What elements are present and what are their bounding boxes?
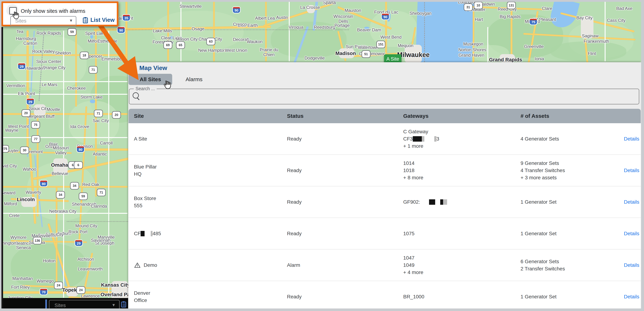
site-cell: DenverOffice bbox=[134, 290, 287, 304]
search-input[interactable] bbox=[142, 91, 635, 102]
map-city-label: Storm Lake bbox=[80, 94, 103, 99]
map-city-label: Beaver Dam bbox=[357, 27, 381, 32]
map-city-label: Sioux Center bbox=[36, 59, 61, 64]
map-city-label: Sparta bbox=[323, 0, 336, 5]
redacted-text bbox=[422, 136, 424, 142]
tab-alarms[interactable]: Alarms bbox=[172, 74, 216, 85]
interstate-shield-icon: 29 bbox=[18, 63, 26, 70]
gateways-cell: C GatewayCF33+ 1 more bbox=[403, 128, 520, 150]
map-city-label: Saginaw bbox=[582, 33, 598, 38]
map-city-label: Big Rapids bbox=[500, 14, 520, 19]
map-city-label: Rock Port bbox=[68, 229, 87, 234]
interstate-shield-icon: 70 bbox=[40, 288, 48, 295]
interstate-shield-icon: 80 bbox=[40, 180, 48, 187]
alarm-warning-icon bbox=[134, 262, 141, 269]
map-city-label: WisconsinDells bbox=[333, 14, 353, 24]
us-route-shield-icon: 59 bbox=[68, 28, 76, 36]
map-view-label: Map View bbox=[139, 64, 167, 71]
map-city-label: Savannah bbox=[91, 238, 110, 243]
table-row: A Site Ready C GatewayCF33+ 1 more 4 Gen… bbox=[128, 123, 641, 155]
map-city-label: Madison bbox=[335, 51, 356, 56]
map-city-label: Lawrence bbox=[81, 294, 100, 298]
table-row: Blue PillarHQ Ready 10141018+ 8 more 9 G… bbox=[128, 155, 641, 186]
map-city-label: Kansas City bbox=[101, 283, 130, 287]
map-city-label: Red Oak bbox=[82, 182, 100, 187]
table-row: Demo Alarm 10471049+ 4 more 6 Generator … bbox=[128, 250, 641, 281]
us-route-shield-icon: 71 bbox=[88, 66, 98, 74]
map-city-label: Nebraska City bbox=[49, 209, 76, 214]
map-city-label: Sac City bbox=[92, 118, 109, 123]
map-city-label: Muskegon bbox=[463, 41, 483, 46]
map-city-label: Ida Grove bbox=[70, 124, 89, 129]
map-city-label: La Crosse bbox=[300, 5, 320, 10]
interstate-shield-icon: 90 bbox=[117, 26, 125, 33]
map-view-link[interactable]: Map View bbox=[133, 64, 167, 71]
map-city-label: Lincoln bbox=[17, 197, 35, 202]
sites-dropdown[interactable]: Sites ▾ bbox=[10, 16, 76, 26]
map-city-label: Bellevue bbox=[52, 171, 68, 176]
map-city-label: Cass City bbox=[607, 18, 626, 23]
sites-dropdown-bottom[interactable]: Sites ▾ bbox=[49, 300, 120, 309]
us-route-shield-icon: 20 bbox=[112, 111, 121, 119]
map-city-label: Sheldon bbox=[55, 50, 71, 55]
interstate-shield-icon: 35 bbox=[122, 14, 130, 21]
map-city-label: Frankenmuth bbox=[584, 39, 609, 44]
details-link[interactable]: Details bbox=[624, 168, 641, 173]
bottom-controls-bar: Sites ▾ bbox=[3, 298, 128, 309]
list-view-label: List View bbox=[90, 17, 114, 23]
map-city-label: Grand Haven bbox=[459, 53, 484, 57]
map-city-label: Norton Shores bbox=[458, 47, 486, 52]
details-link[interactable]: Details bbox=[624, 199, 641, 205]
list-view-button[interactable]: List View bbox=[82, 16, 114, 24]
map-city-label: Mequon bbox=[398, 43, 414, 48]
us-route-shield-icon: 18 bbox=[80, 52, 89, 59]
map-city-label: New Hampton bbox=[198, 48, 226, 53]
map-city-label: Watertown bbox=[358, 45, 378, 50]
sites-dropdown-value: Sites bbox=[54, 303, 66, 308]
map-city-label: Clare bbox=[542, 6, 552, 11]
site-cell: Box Store555 bbox=[134, 195, 287, 209]
us-route-shield-icon: 59 bbox=[79, 193, 88, 200]
column-header-gateways: Gateways bbox=[403, 113, 520, 119]
site-cell: Blue PillarHQ bbox=[134, 163, 287, 178]
map-city-label: Mason City bbox=[176, 37, 198, 41]
us-route-shield-icon: 71 bbox=[94, 110, 103, 117]
map-city-label: Wymore bbox=[10, 235, 26, 240]
map-city-label: Rock Rapids bbox=[36, 31, 61, 35]
map-city-label: Seneca bbox=[16, 245, 31, 250]
focus-accent-bar bbox=[45, 300, 47, 309]
map-city-label: Bad Axe bbox=[616, 6, 632, 11]
map-city-label: Emmetsburg bbox=[102, 56, 126, 61]
map-city-label: Omaha bbox=[51, 163, 68, 167]
map-city-label: West Union bbox=[225, 48, 247, 53]
map-city-label: Reedsburg bbox=[314, 25, 335, 29]
map-city-label: Albert Lea bbox=[255, 16, 275, 20]
details-link[interactable]: Details bbox=[624, 262, 641, 268]
us-route-shield-icon: 24 bbox=[54, 282, 63, 289]
map-city-label: Atlantic bbox=[93, 152, 107, 156]
us-route-shield-icon: 77 bbox=[31, 135, 40, 143]
list-view-icon[interactable] bbox=[120, 301, 127, 308]
map-city-label: Osage bbox=[192, 26, 204, 31]
us-route-shield-icon: 51 bbox=[362, 50, 370, 58]
redacted-text bbox=[429, 199, 435, 205]
us-route-shield-icon: 65 bbox=[176, 41, 185, 49]
tab-bar: All Sites Alarms bbox=[128, 74, 216, 85]
map-city-label: Crete bbox=[9, 213, 20, 218]
map-city-label: Bay City bbox=[576, 15, 592, 20]
map-city-label: Moville bbox=[47, 107, 60, 112]
assets-cell: 1 Generator Set bbox=[520, 293, 622, 300]
search-field: Search ... bbox=[129, 89, 639, 104]
details-link[interactable]: Details bbox=[624, 294, 641, 300]
details-link[interactable]: Details bbox=[624, 231, 641, 237]
map-city-label: Greenville bbox=[524, 44, 544, 49]
redacted-text bbox=[440, 199, 443, 205]
map-city-label: Austin bbox=[276, 15, 288, 20]
column-header-assets: # of Assets bbox=[520, 113, 622, 119]
site-cell: A Site bbox=[134, 135, 287, 143]
map-city-label: Mauston bbox=[344, 8, 361, 13]
assets-cell: 1 Generator Set bbox=[520, 198, 622, 206]
annotation-callout: Only show sites with alarms Sites ▾ List… bbox=[2, 1, 118, 26]
details-link[interactable]: Details bbox=[624, 136, 641, 142]
table-row: CF485 Ready 1075 1 Generator Set Details bbox=[128, 218, 641, 250]
